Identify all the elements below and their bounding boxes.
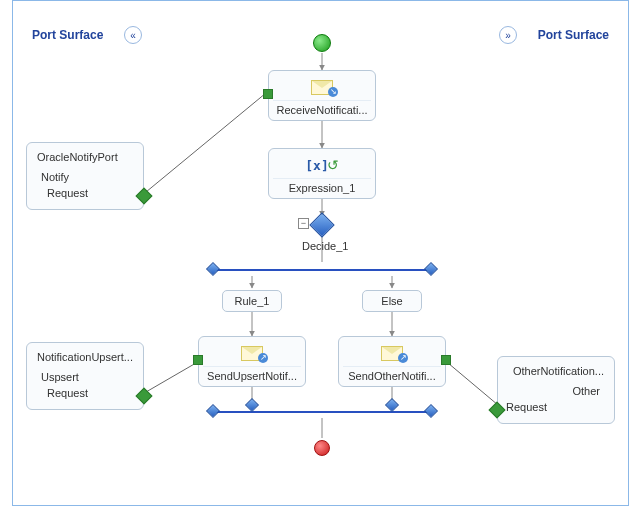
rule-branch-label[interactable]: Rule_1 bbox=[222, 290, 282, 312]
oracle-notify-operation[interactable]: Notify bbox=[35, 169, 135, 185]
merge-left-diamond bbox=[206, 404, 220, 418]
send-other-port-connector[interactable] bbox=[441, 355, 451, 365]
else-branch-label[interactable]: Else bbox=[362, 290, 422, 312]
decide-shape[interactable] bbox=[309, 212, 334, 237]
other-notification-title: OtherNotification... bbox=[506, 363, 606, 379]
branch-join-right-diamond bbox=[385, 398, 399, 412]
send-upsert-port-connector[interactable] bbox=[193, 355, 203, 365]
oracle-notify-port[interactable]: OracleNotifyPort Notify Request bbox=[26, 142, 144, 210]
receive-port-connector[interactable] bbox=[263, 89, 273, 99]
svg-line-15 bbox=[448, 363, 498, 405]
expression-shape-label: Expression_1 bbox=[273, 178, 371, 194]
svg-line-13 bbox=[146, 93, 266, 192]
send-upsert-shape[interactable]: ↗ SendUpsertNotif... bbox=[198, 336, 306, 387]
port-surface-right-label: Port Surface bbox=[538, 28, 609, 42]
branch-split-right-diamond bbox=[424, 262, 438, 276]
canvas-border-right bbox=[628, 0, 629, 506]
decide-shape-label: Decide_1 bbox=[302, 240, 348, 252]
end-shape[interactable] bbox=[314, 440, 330, 456]
send-other-label: SendOtherNotifi... bbox=[343, 366, 441, 382]
notification-upsert-title: NotificationUpsert... bbox=[35, 349, 135, 365]
collapse-left-button[interactable]: « bbox=[124, 26, 142, 44]
send-other-shape[interactable]: ↗ SendOtherNotifi... bbox=[338, 336, 446, 387]
send-upsert-label: SendUpsertNotif... bbox=[203, 366, 301, 382]
port-surface-left-label: Port Surface bbox=[32, 28, 103, 42]
oracle-notify-port-title: OracleNotifyPort bbox=[35, 149, 135, 165]
other-notification-request[interactable]: Request bbox=[506, 399, 606, 415]
receive-shape[interactable]: ↘ ReceiveNotificati... bbox=[268, 70, 376, 121]
merge-right-diamond bbox=[424, 404, 438, 418]
collapse-right-button[interactable]: » bbox=[499, 26, 517, 44]
notification-upsert-port[interactable]: NotificationUpsert... Uspsert Request bbox=[26, 342, 144, 410]
send-upsert-icon: ↗ bbox=[239, 343, 265, 363]
canvas-border-left bbox=[12, 0, 13, 506]
notification-upsert-request[interactable]: Request bbox=[35, 385, 135, 401]
other-notification-port[interactable]: OtherNotification... Other Request bbox=[497, 356, 615, 424]
receive-shape-label: ReceiveNotificati... bbox=[273, 100, 371, 116]
receive-message-icon: ↘ bbox=[309, 77, 335, 97]
other-notification-connector[interactable] bbox=[489, 402, 506, 419]
other-notification-operation[interactable]: Other bbox=[506, 383, 606, 399]
send-other-icon: ↗ bbox=[379, 343, 405, 363]
branch-split-left-diamond bbox=[206, 262, 220, 276]
decide-collapse-button[interactable]: − bbox=[298, 218, 309, 229]
branch-join-left-diamond bbox=[245, 398, 259, 412]
start-shape[interactable] bbox=[313, 34, 331, 52]
svg-line-14 bbox=[146, 363, 196, 392]
oracle-notify-connector[interactable] bbox=[136, 188, 153, 205]
canvas-border-top bbox=[12, 0, 629, 1]
expression-icon: [x]↺ bbox=[309, 155, 335, 175]
orchestration-canvas[interactable]: Port Surface « Port Surface » ↘ ReceiveN… bbox=[0, 0, 641, 506]
oracle-notify-request[interactable]: Request bbox=[35, 185, 135, 201]
notification-upsert-operation[interactable]: Uspsert bbox=[35, 369, 135, 385]
expression-shape[interactable]: [x]↺ Expression_1 bbox=[268, 148, 376, 199]
notification-upsert-connector[interactable] bbox=[136, 388, 153, 405]
